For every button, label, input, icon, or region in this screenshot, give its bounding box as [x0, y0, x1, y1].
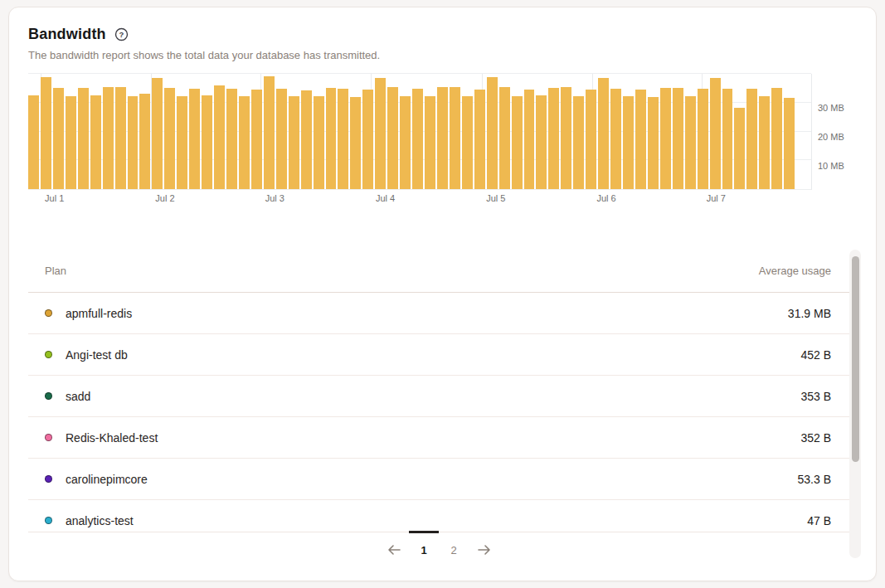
chart-bar[interactable] [710, 78, 721, 189]
chart-bar[interactable] [474, 90, 485, 189]
chart-bar[interactable] [462, 96, 473, 189]
chart-bar[interactable] [660, 88, 671, 189]
x-axis-label: Jul 3 [265, 193, 284, 203]
table-scrollbar-thumb[interactable] [852, 256, 859, 462]
question-circle-icon[interactable]: ? [114, 27, 129, 41]
card-header: Bandwidth ? The bandwidth report shows t… [28, 26, 380, 61]
chart-bar[interactable] [289, 96, 299, 189]
series-dot [45, 434, 52, 441]
chart-bar[interactable] [189, 89, 200, 189]
chart-bar[interactable] [41, 77, 51, 189]
table-row[interactable]: Angi-test db 452 B [28, 334, 849, 376]
chart-bar[interactable] [276, 89, 287, 189]
series-dot [45, 351, 52, 358]
chart-bar[interactable] [128, 96, 139, 189]
chart-bar[interactable] [66, 96, 76, 189]
arrow-left-icon[interactable] [379, 532, 409, 567]
bandwidth-card: Bandwidth ? The bandwidth report shows t… [8, 7, 877, 581]
chart-bar[interactable] [512, 96, 523, 189]
usage-value: 47 B [807, 514, 831, 527]
chart-bar[interactable] [586, 90, 596, 189]
table-row[interactable]: apmfull-redis 31.9 MB [28, 293, 849, 334]
usage-value: 352 B [800, 431, 831, 445]
bandwidth-chart: 10 MB20 MB30 MB Jul 1Jul 2Jul 3Jul 4Jul … [28, 74, 812, 207]
chart-bar[interactable] [53, 88, 64, 189]
chart-bar[interactable] [771, 88, 782, 189]
chart-bar[interactable] [598, 78, 609, 189]
x-axis-label: Jul 2 [155, 193, 174, 203]
chart-bar[interactable] [487, 77, 498, 189]
chart-bar[interactable] [673, 88, 683, 189]
chart-bar[interactable] [536, 95, 547, 189]
chart-bar[interactable] [635, 90, 646, 189]
chart-bar[interactable] [759, 96, 770, 189]
table-row[interactable]: carolinepimcore 53.3 B [28, 459, 849, 500]
chart-bar[interactable] [412, 89, 423, 189]
table-row[interactable]: sadd 353 B [28, 376, 849, 417]
table-scrollbar-track[interactable] [849, 250, 861, 558]
series-dot [45, 309, 52, 317]
usage-value: 53.3 B [798, 473, 831, 486]
chart-bar[interactable] [561, 87, 571, 189]
chart-bar[interactable] [350, 97, 361, 189]
arrow-right-icon[interactable] [469, 532, 498, 567]
chart-bar[interactable] [164, 88, 175, 189]
chart-bar[interactable] [152, 78, 163, 189]
page-button-1[interactable]: 1 [409, 532, 439, 567]
plan-name: sadd [66, 390, 90, 403]
chart-bar[interactable] [437, 87, 448, 189]
chart-bar[interactable] [115, 87, 126, 189]
chart-bar[interactable] [338, 89, 348, 189]
chart-bar[interactable] [103, 87, 114, 189]
chart-bar[interactable] [375, 78, 386, 189]
chart-bar[interactable] [226, 89, 237, 189]
x-axis-label: Jul 7 [707, 193, 726, 203]
chart-bar[interactable] [698, 89, 708, 189]
table-row[interactable]: Redis-Khaled-test 352 B [28, 417, 849, 459]
chart-bar[interactable] [648, 97, 659, 189]
card-subtitle: The bandwidth report shows the total dat… [28, 49, 380, 61]
chart-bar[interactable] [202, 95, 212, 189]
chart-bar[interactable] [610, 89, 621, 189]
chart-bar[interactable] [722, 89, 733, 189]
chart-bar[interactable] [450, 87, 460, 189]
chart-bar[interactable] [264, 76, 275, 189]
chart-bar[interactable] [314, 96, 324, 189]
x-axis-label: Jul 6 [596, 193, 615, 203]
chart-bar[interactable] [548, 88, 559, 189]
chart-bar[interactable] [326, 88, 337, 189]
y-axis-label: 30 MB [818, 103, 844, 113]
chart-bar[interactable] [301, 90, 312, 189]
chart-bar[interactable] [214, 85, 225, 189]
bandwidth-chart-plot [28, 74, 812, 190]
x-axis-label: Jul 1 [45, 193, 64, 203]
chart-bar[interactable] [623, 96, 634, 189]
chart-bar[interactable] [139, 94, 150, 189]
chart-bar[interactable] [362, 90, 373, 189]
chart-bar[interactable] [573, 96, 584, 189]
chart-bar[interactable] [499, 87, 510, 189]
chart-bar[interactable] [28, 95, 39, 189]
chart-bar[interactable] [685, 96, 696, 189]
chart-bar[interactable] [387, 87, 398, 189]
chart-bar[interactable] [425, 96, 435, 189]
chart-bar[interactable] [400, 96, 411, 189]
chart-bar[interactable] [239, 96, 250, 189]
series-dot [45, 517, 52, 524]
column-average-usage: Average usage [759, 265, 831, 277]
chart-bar[interactable] [524, 90, 535, 189]
chart-bar[interactable] [746, 89, 757, 189]
chart-bar[interactable] [177, 96, 187, 189]
chart-bar[interactable] [734, 108, 745, 189]
chart-bar[interactable] [78, 88, 89, 189]
chart-bars [28, 74, 795, 189]
chart-bar[interactable] [90, 95, 101, 189]
usage-value: 31.9 MB [788, 307, 831, 320]
table-header: Plan Average usage [28, 250, 849, 293]
chart-bar[interactable] [251, 90, 262, 189]
page-button-2[interactable]: 2 [439, 532, 469, 567]
usage-value: 353 B [800, 390, 831, 403]
table-row[interactable]: analytics-test 47 B [28, 500, 849, 532]
usage-table: Plan Average usage apmfull-redis 31.9 MB… [28, 250, 849, 532]
chart-bar[interactable] [784, 98, 795, 190]
